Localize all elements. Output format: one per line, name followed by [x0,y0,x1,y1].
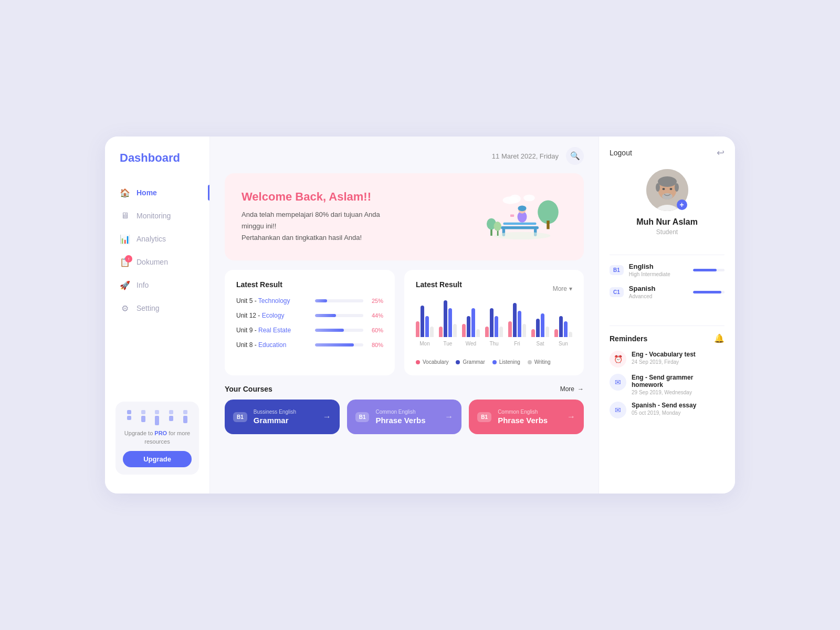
bar-group [485,295,503,337]
bar-day-label: Mon [419,341,429,346]
reminder-name: Eng - Send grammer homework [632,374,724,388]
latest-result-card: Latest Result Unit 5 - Technology 25% Un… [225,270,395,375]
lang-bar-background [693,291,724,293]
reminders-section: Reminders 🔔 ⏰ Eng - Vocabulary test 24 S… [610,333,724,425]
bell-icon[interactable]: 🔔 [714,333,724,343]
course-info: Common English Phrase Verbs [375,409,438,425]
bar-group [462,295,480,337]
cards-row: Latest Result Unit 5 - Technology 25% Un… [225,270,584,375]
reminder-item: ✉ Eng - Send grammer homework 29 Sep 201… [610,374,724,395]
reminder-text: Spanish - Send essay 05 oct 2019, Monday [632,402,724,416]
svg-point-13 [494,232,551,239]
progress-bar-background [315,343,363,346]
chart-title: Latest Result [416,280,462,289]
course-card[interactable]: B1 Common English Phrase Verbs → [347,400,462,434]
sidebar-promo: Upgrade to PRO for more resources Upgrad… [116,402,199,475]
svg-point-22 [658,176,677,187]
bar-day: Fri [508,295,526,346]
bar-chart-card: Latest Result More ▾ MonTueWedThuFriSatS… [404,270,584,375]
sidebar-item-info[interactable]: 🚀 Info [105,274,209,296]
legend-dot [456,360,460,364]
progress-bar-fill [315,314,336,317]
bar-segment [569,332,572,337]
svg-point-27 [662,193,673,200]
svg-point-17 [494,222,501,231]
bar-segment [522,324,526,337]
progress-bar-fill [315,299,327,302]
welcome-text: Welcome Back, Aslam!! Anda telah mempela… [242,190,380,244]
svg-point-3 [509,195,521,203]
lang-name: Spanish [629,285,688,292]
bar-segment [490,308,494,337]
courses-more-button[interactable]: More → [560,385,584,393]
course-name: Phrase Verbs [375,416,438,425]
chart-legend: VocabularyGrammarListeningWriting [416,359,572,365]
reminder-icon: ⏰ [610,351,626,368]
sidebar-item-monitoring[interactable]: 🖥 Monitoring [105,205,209,227]
bar-segment [430,327,434,337]
lang-name: English [629,262,688,270]
legend-item: Writing [528,359,551,365]
progress-bar-background [315,329,363,332]
svg-point-11 [518,205,526,211]
course-badge: B1 [233,412,247,422]
languages-section: B1 English High Intermediate C1 Spanish … [610,262,724,307]
logout-icon[interactable]: ↩ [717,147,724,159]
main-body: Welcome Back, Aslam!! Anda telah mempela… [210,165,598,494]
panel-header: Logout ↩ [610,147,724,159]
svg-point-0 [538,201,559,224]
welcome-banner: Welcome Back, Aslam!! Anda telah mempela… [225,173,584,260]
legend-label: Grammar [463,359,485,365]
legend-dot [416,360,420,364]
bar-segment [536,319,540,337]
language-item: B1 English High Intermediate [610,262,724,277]
main-header: 11 Maret 2022, Friday 🔍 [210,136,598,165]
search-button[interactable]: 🔍 [566,147,584,165]
sidebar-logo: Dashboard [105,151,209,182]
reminder-text: Eng - Vocabulary test 24 Sep 2019, Firda… [632,351,724,365]
welcome-line1: Anda telah mempelajari 80% dari tujuan A… [242,209,380,220]
bar-segment [448,308,452,337]
welcome-line2: minggu ini!! [242,220,380,232]
sidebar-item-label: Setting [136,304,160,312]
sidebar-item-label: Analytics [136,235,166,243]
bar-segment [518,311,521,337]
bar-group [508,295,526,337]
upgrade-button[interactable]: Upgrade [123,451,192,467]
lang-info: Spanish Advanced [629,285,688,299]
sidebar-item-setting[interactable]: ⚙ Setting [105,297,209,319]
courses-grid: B1 Bussiness English Grammar → B1 Common… [225,400,584,434]
promo-text: Upgrade to PRO for more resources [123,429,192,446]
bar-segment [467,316,470,337]
course-info: Common English Phrase Verbs [498,409,561,425]
bar-segment [545,327,549,337]
reminder-text: Eng - Send grammer homework 29 Sep 2019,… [632,374,724,395]
monitor-icon: 🖥 [120,211,130,221]
course-name: Phrase Verbs [498,416,561,425]
result-rows: Unit 5 - Technology 25% Unit 12 - Ecolog… [236,297,383,349]
course-badge: B1 [355,412,370,422]
sidebar-item-dokumen[interactable]: 📋 Dokumen ! [105,251,209,273]
result-label: Unit 8 - Education [236,341,310,349]
logout-label: Logout [610,149,632,157]
bar-segment [425,316,429,337]
chart-more-button[interactable]: More ▾ [553,285,572,292]
progress-value: 44% [369,312,383,319]
course-arrow-icon: → [323,412,331,422]
sidebar-item-home[interactable]: 🏠 Home [105,182,209,204]
avatar-plus-button[interactable]: + [677,200,687,210]
svg-point-25 [662,188,665,190]
course-card[interactable]: B1 Bussiness English Grammar → [225,400,340,434]
legend-item: Vocabulary [416,359,448,365]
avatar-wrap: + [646,169,688,211]
course-card[interactable]: B1 Common English Phrase Verbs → [469,400,584,434]
bar-segment [495,316,498,337]
svg-rect-12 [510,215,514,217]
sidebar-item-analytics[interactable]: 📊 Analytics [105,228,209,250]
bar-segment [453,324,457,337]
lang-info: English High Intermediate [629,262,688,277]
result-row: Unit 5 - Technology 25% [236,297,383,304]
bar-chart: MonTueWedThuFriSatSun [416,303,572,356]
reminder-icon: ✉ [610,402,626,418]
bar-segment [421,306,424,337]
